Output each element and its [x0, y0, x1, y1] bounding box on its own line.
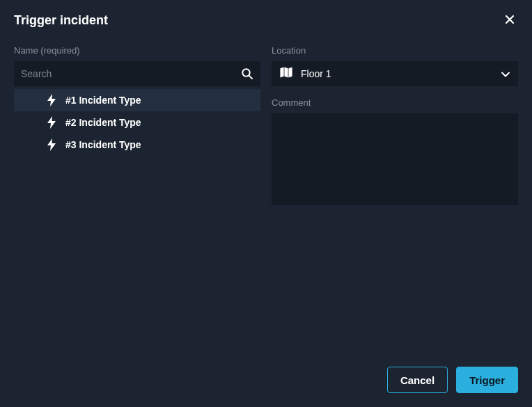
- incident-type-label: #3 Incident Type: [65, 139, 141, 150]
- dialog-title: Trigger incident: [14, 13, 108, 28]
- lightning-icon: [47, 138, 56, 151]
- svg-line-1: [249, 76, 252, 79]
- trigger-button[interactable]: Trigger: [456, 367, 518, 393]
- map-icon: [280, 67, 292, 81]
- trigger-incident-dialog: Trigger incident Name (required): [0, 0, 532, 407]
- search-icon: [241, 67, 253, 80]
- name-column: Name (required) #1 Inc: [14, 45, 260, 367]
- incident-type-label: #1 Incident Type: [65, 95, 141, 106]
- dialog-body: Name (required) #1 Inc: [14, 45, 518, 367]
- location-select[interactable]: Floor 1: [272, 61, 518, 86]
- location-selected-text: Floor 1: [301, 68, 331, 79]
- incident-type-item[interactable]: #3 Incident Type: [14, 134, 260, 156]
- dialog-header: Trigger incident: [14, 11, 518, 30]
- details-column: Location Floor 1: [272, 45, 518, 367]
- location-block: Location Floor 1: [272, 45, 518, 86]
- comment-block: Comment: [272, 97, 518, 208]
- comment-label: Comment: [272, 97, 518, 108]
- name-label: Name (required): [14, 45, 260, 56]
- cancel-button[interactable]: Cancel: [387, 367, 448, 393]
- close-icon: [504, 14, 515, 27]
- location-label: Location: [272, 45, 518, 56]
- lightning-icon: [47, 116, 56, 129]
- search-wrapper: [14, 61, 260, 86]
- close-button[interactable]: [501, 11, 518, 30]
- incident-type-label: #2 Incident Type: [65, 117, 141, 128]
- location-select-content: Floor 1: [280, 67, 331, 81]
- search-input[interactable]: [14, 61, 260, 86]
- dialog-footer: Cancel Trigger: [14, 367, 518, 393]
- incident-type-list: #1 Incident Type #2 Incident Type: [14, 89, 260, 156]
- incident-type-item[interactable]: #1 Incident Type: [14, 89, 260, 111]
- incident-type-item[interactable]: #2 Incident Type: [14, 111, 260, 134]
- comment-textarea[interactable]: [272, 113, 518, 205]
- chevron-down-icon: [501, 67, 510, 80]
- lightning-icon: [47, 94, 56, 106]
